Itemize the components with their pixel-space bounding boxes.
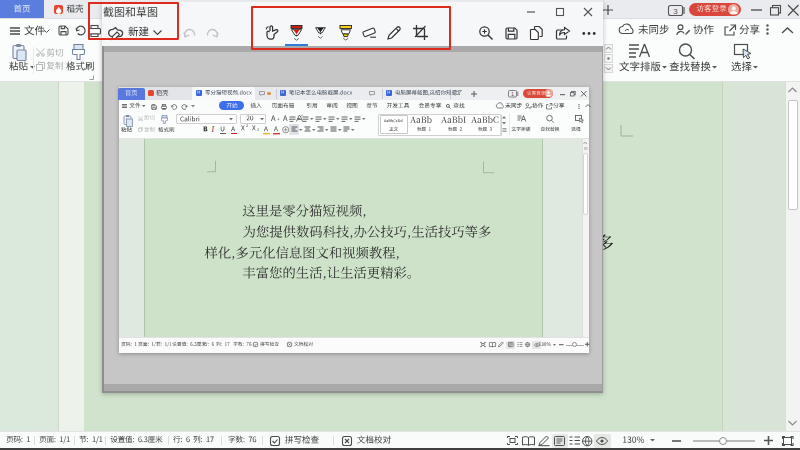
svg-text:3: 3 bbox=[673, 6, 678, 15]
svg-text:1: 1 bbox=[511, 90, 514, 96]
